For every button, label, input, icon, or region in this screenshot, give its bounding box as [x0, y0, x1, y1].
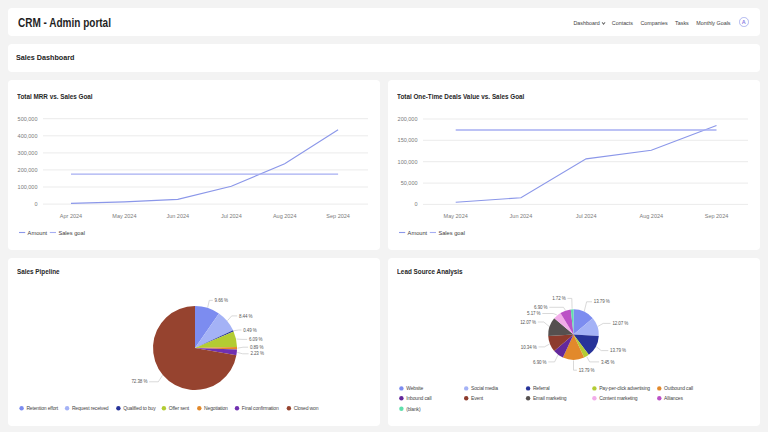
svg-text:Sep 2024: Sep 2024	[326, 213, 350, 219]
svg-text:200,000: 200,000	[398, 116, 418, 122]
svg-text:Amount: Amount	[28, 230, 48, 236]
svg-text:Amount: Amount	[408, 230, 428, 236]
svg-text:400,000: 400,000	[18, 133, 38, 139]
svg-text:Qualified to buy: Qualified to buy	[123, 405, 156, 411]
svg-text:May 2024: May 2024	[112, 213, 136, 219]
svg-text:Event: Event	[471, 395, 484, 401]
svg-text:(blank): (blank)	[406, 406, 421, 412]
svg-text:0.49 %: 0.49 %	[243, 328, 257, 333]
svg-text:8.44 %: 8.44 %	[239, 314, 253, 319]
svg-text:6.90 %: 6.90 %	[533, 360, 547, 365]
svg-text:5.17 %: 5.17 %	[527, 311, 541, 316]
svg-text:Outbound call: Outbound call	[664, 385, 693, 391]
svg-text:6.90 %: 6.90 %	[534, 305, 548, 310]
svg-text:10.34 %: 10.34 %	[521, 345, 537, 350]
svg-text:Closed won: Closed won	[294, 405, 319, 411]
svg-text:12.07 %: 12.07 %	[612, 321, 628, 326]
svg-text:Negotiation: Negotiation	[204, 405, 228, 411]
svg-text:Sales goal: Sales goal	[58, 230, 85, 236]
svg-text:Aug 2024: Aug 2024	[640, 213, 664, 219]
svg-text:Referral: Referral	[533, 385, 550, 391]
svg-text:1.72 %: 1.72 %	[552, 296, 566, 301]
svg-text:Website: Website	[406, 385, 423, 391]
svg-text:13.79 %: 13.79 %	[579, 368, 595, 373]
svg-text:Inbound call: Inbound call	[406, 395, 431, 401]
svg-text:Social media: Social media	[471, 385, 498, 391]
svg-text:6.09 %: 6.09 %	[249, 337, 263, 342]
svg-text:100,000: 100,000	[18, 184, 38, 190]
svg-text:13.79 %: 13.79 %	[610, 348, 626, 353]
svg-text:13.79 %: 13.79 %	[594, 299, 610, 304]
svg-text:Apr 2024: Apr 2024	[60, 213, 82, 219]
svg-text:Retention effort: Retention effort	[26, 405, 58, 411]
svg-text:Jun 2024: Jun 2024	[166, 213, 189, 219]
svg-text:Content marketing: Content marketing	[599, 395, 638, 401]
svg-text:Jul 2024: Jul 2024	[576, 213, 597, 219]
svg-text:9.66 %: 9.66 %	[215, 298, 229, 303]
svg-text:12.07 %: 12.07 %	[520, 320, 536, 325]
svg-text:3.45 %: 3.45 %	[601, 360, 615, 365]
svg-text:2.23 %: 2.23 %	[250, 351, 264, 356]
svg-text:150,000: 150,000	[398, 137, 418, 143]
svg-text:Pay-per-click advertising: Pay-per-click advertising	[599, 385, 650, 391]
svg-text:0: 0	[414, 201, 417, 207]
svg-text:Aug 2024: Aug 2024	[273, 213, 297, 219]
svg-text:May 2024: May 2024	[444, 213, 468, 219]
svg-text:Jul 2024: Jul 2024	[221, 213, 242, 219]
svg-text:Email marketing: Email marketing	[533, 395, 567, 401]
svg-text:100,000: 100,000	[398, 159, 418, 165]
svg-text:72.38 %: 72.38 %	[131, 379, 147, 384]
svg-text:Request received: Request received	[72, 405, 109, 411]
svg-text:Alliances: Alliances	[664, 395, 683, 401]
svg-text:0.89 %: 0.89 %	[250, 345, 264, 350]
svg-text:500,000: 500,000	[18, 116, 38, 122]
svg-text:Offer sent: Offer sent	[169, 405, 190, 411]
svg-text:50,000: 50,000	[401, 180, 418, 186]
svg-text:Jun 2024: Jun 2024	[510, 213, 533, 219]
svg-text:Sales goal: Sales goal	[438, 230, 465, 236]
svg-text:200,000: 200,000	[18, 167, 38, 173]
svg-text:0: 0	[34, 201, 37, 207]
svg-text:300,000: 300,000	[18, 150, 38, 156]
svg-text:Final confirmation: Final confirmation	[242, 405, 279, 411]
svg-text:Sep 2024: Sep 2024	[705, 213, 729, 219]
